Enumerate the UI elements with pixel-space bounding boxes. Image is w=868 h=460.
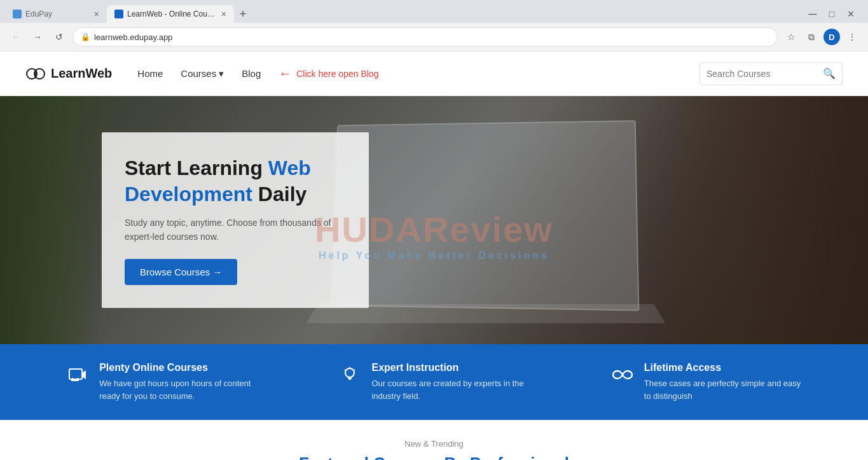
feature-desc-expert: Our courses are created by experts in th… (371, 377, 529, 402)
tab-close-learnweb[interactable]: × (221, 10, 226, 18)
website-content: LearnWeb Home Courses ▾ Blog ← Click her… (0, 52, 868, 460)
tab-title-edupay: EduPay (25, 10, 90, 18)
blog-annotation: ← Click here open Blog (279, 66, 378, 81)
secure-icon: 🔒 (81, 32, 90, 41)
annotation-arrow: ← (279, 66, 291, 81)
forward-button[interactable]: → (29, 29, 46, 45)
navbar: LearnWeb Home Courses ▾ Blog ← Click her… (0, 52, 868, 96)
feature-title-lifetime: Lifetime Access (644, 362, 802, 373)
hero-title: Start Learning Web Development Daily (125, 155, 343, 208)
tab-title-learnweb: LearnWeb - Online Courses (127, 10, 217, 18)
tab-favicon-learnweb (114, 10, 123, 18)
feature-title-expert: Expert Instruction (371, 362, 529, 373)
nav-courses[interactable]: Courses ▾ (181, 68, 224, 80)
features-bar: Plenty Online Courses We have got hours … (0, 344, 868, 420)
feature-desc-online: We have got hours upon hours of content … (99, 377, 257, 402)
address-bar[interactable]: 🔒 learnweb.edupay.app (72, 27, 778, 46)
feature-video-icon (66, 363, 89, 386)
hero-box: Start Learning Web Development Daily Stu… (102, 132, 369, 309)
feature-bulb-icon (338, 363, 361, 386)
feature-desc-lifetime: These cases are perfectly simple and eas… (644, 377, 802, 402)
search-icon[interactable]: 🔍 (823, 67, 836, 80)
url-text: learnweb.edupay.app (94, 32, 172, 42)
feature-title-online: Plenty Online Courses (99, 362, 257, 373)
logo-icon (25, 65, 46, 83)
menu-button[interactable]: ⋮ (844, 29, 860, 45)
tab-close-edupay[interactable]: × (94, 10, 99, 18)
nav-links: Home Courses ▾ Blog ← Click here open Bl… (137, 66, 378, 81)
svg-rect-2 (69, 369, 82, 379)
courses-dropdown-icon: ▾ (219, 68, 224, 80)
tab-learnweb[interactable]: LearnWeb - Online Courses × (107, 5, 234, 23)
browser-action-buttons: ☆ ⧉ D ⋮ (783, 29, 860, 45)
below-fold-section: New & Trending Featured Courses By Profe… (0, 420, 868, 460)
browser-chrome: EduPay × LearnWeb - Online Courses × + ─… (0, 0, 868, 52)
user-avatar[interactable]: D (823, 29, 840, 45)
nav-home[interactable]: Home (137, 68, 163, 79)
feature-expert: Expert Instruction Our courses are creat… (338, 362, 529, 402)
tab-favicon-edupay (13, 10, 22, 18)
reload-button[interactable]: ↺ (51, 29, 67, 45)
hero-section: Start Learning Web Development Daily Stu… (0, 96, 868, 344)
search-input[interactable] (706, 69, 818, 79)
nav-blog[interactable]: Blog (242, 68, 261, 79)
hero-wrapper: Start Learning Web Development Daily Stu… (0, 96, 868, 344)
below-fold-tag: New & Trending (25, 439, 843, 449)
feature-lifetime: Lifetime Access These cases are perfectl… (611, 362, 802, 402)
new-tab-button[interactable]: + (234, 5, 252, 23)
browser-tabs: EduPay × LearnWeb - Online Courses × + ─… (0, 0, 868, 23)
restore-button[interactable]: □ (825, 9, 839, 19)
minimize-button[interactable]: ─ (806, 8, 820, 21)
extensions-button[interactable]: ⧉ (803, 29, 820, 45)
close-window-button[interactable]: × (844, 8, 858, 21)
hero-content: Start Learning Web Development Daily Stu… (0, 96, 868, 344)
browse-courses-button[interactable]: Browse Courses → (125, 259, 237, 285)
svg-point-6 (345, 368, 354, 377)
feature-online-courses: Plenty Online Courses We have got hours … (66, 362, 257, 402)
annotation-text: Click here open Blog (296, 69, 378, 79)
feature-infinity-icon (611, 363, 634, 386)
logo-text: LearnWeb (51, 66, 112, 81)
tab-edupay[interactable]: EduPay × (5, 5, 107, 23)
search-container: 🔍 (699, 62, 843, 85)
back-button[interactable]: ← (8, 29, 24, 45)
svg-line-9 (345, 370, 345, 370)
logo[interactable]: LearnWeb (25, 65, 112, 83)
hero-subtitle: Study any topic, anytime. Choose from th… (125, 216, 343, 244)
svg-line-8 (354, 370, 355, 370)
bookmark-button[interactable]: ☆ (783, 29, 799, 45)
browser-address-bar-row: ← → ↺ 🔒 learnweb.edupay.app ☆ ⧉ D ⋮ (0, 23, 868, 51)
below-fold-title: Featured Courses By Professional (25, 454, 843, 460)
